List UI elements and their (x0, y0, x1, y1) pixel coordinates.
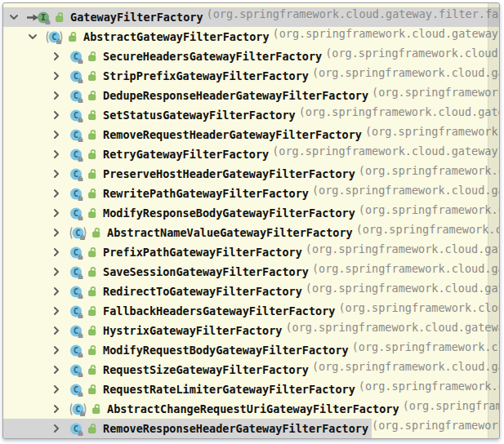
tree-row[interactable]: C ModifyResponseBodyGatewayFilterFactory… (3, 203, 499, 223)
tree-row[interactable]: C AbstractChangeRequestUriGatewayFilterF… (3, 399, 499, 419)
tree-row[interactable]: I GatewayFilterFactory (org.springframew… (3, 7, 499, 27)
tree-row[interactable]: C RemoveRequestHeaderGatewayFilterFactor… (3, 125, 499, 144)
class-name: RemoveResponseHeaderGatewayFilterFactory (103, 422, 372, 435)
chevron-right-icon[interactable] (51, 403, 62, 415)
class-name: AbstractChangeRequestUriGatewayFilterFac… (107, 402, 403, 415)
chevron-right-icon[interactable] (51, 384, 62, 395)
svg-text:C: C (74, 286, 78, 296)
tree-row[interactable]: C PreserveHostHeaderGatewayFilterFactory… (3, 164, 499, 184)
package-name: (org.springframework.cloud.gateway.filte… (306, 282, 499, 301)
package-name: (org.springframework.cloud.gateway.filte… (312, 184, 499, 203)
tree-row[interactable]: C SecureHeadersGatewayFilterFactory (org… (3, 47, 499, 66)
tree-row[interactable]: C PrefixPathGatewayFilterFactory (org.sp… (3, 242, 499, 262)
tree-row[interactable]: C ModifyRequestBodyGatewayFilterFactory … (3, 340, 499, 360)
package-name: (org.springframework.cloud.gateway.filte… (356, 223, 499, 242)
tree-row[interactable]: C RemoveResponseHeaderGatewayFilterFacto… (3, 419, 499, 438)
class-icon: C (69, 363, 83, 377)
unlocked-padlock-icon (87, 423, 97, 434)
tree-row[interactable]: C AbstractGatewayFilterFactory (org.spri… (3, 27, 499, 47)
class-name: RewritePathGatewayFilterFactory (103, 187, 312, 200)
vertical-scrollbar[interactable] (488, 3, 499, 438)
class-name: FallbackHeadersGatewayFilterFactory (103, 304, 338, 317)
tree-row[interactable]: C SaveSessionGatewayFilterFactory (org.s… (3, 262, 499, 282)
tree-row-lead: C RetryGatewayFilterFactory (3, 144, 272, 164)
chevron-right-icon[interactable] (51, 227, 62, 238)
tree-row[interactable]: C AbstractNameValueGatewayFilterFactory … (3, 223, 499, 242)
tree-row[interactable]: C RetryGatewayFilterFactory (org.springf… (3, 144, 499, 164)
chevron-right-icon[interactable] (51, 129, 62, 140)
svg-text:C: C (74, 326, 78, 335)
chevron-down-icon[interactable] (8, 11, 20, 23)
svg-text:C: C (51, 32, 56, 42)
package-name: (org.springframework.cloud.gateway.filte… (365, 125, 499, 144)
class-name: SetStatusGatewayFilterFactory (103, 109, 299, 122)
chevron-right-icon[interactable] (51, 188, 62, 199)
unlocked-padlock-icon (87, 51, 97, 62)
chevron-right-icon[interactable] (51, 70, 62, 82)
class-name: GatewayFilterFactory (70, 11, 207, 24)
class-icon: C (69, 69, 83, 83)
class-icon: C (69, 50, 83, 64)
chevron-right-icon[interactable] (51, 246, 62, 258)
class-icon: C (69, 128, 83, 142)
tree-row[interactable]: C RequestRateLimiterGatewayFilterFactory… (3, 380, 499, 399)
tree-row[interactable]: C SetStatusGatewayFilterFactory (org.spr… (3, 105, 499, 125)
chevron-right-icon[interactable] (51, 90, 62, 101)
chevron-right-icon[interactable] (51, 423, 62, 434)
tree-row-lead: C StripPrefixGatewayFilterFactory (3, 66, 312, 86)
tree-row-lead: C RemoveResponseHeaderGatewayFilterFacto… (3, 419, 372, 438)
svg-text:C: C (74, 91, 78, 100)
chevron-right-icon[interactable] (51, 266, 62, 278)
unlocked-padlock-icon (87, 90, 97, 101)
tree-row[interactable]: C FallbackHeadersGatewayFilterFactory (o… (3, 301, 499, 321)
package-name: (org.springframework.cloud.gateway.filte… (359, 164, 499, 184)
chevron-down-icon[interactable] (27, 31, 38, 42)
tree-row-lead: C AbstractChangeRequestUriGatewayFilterF… (3, 399, 403, 419)
chevron-right-icon[interactable] (51, 364, 62, 375)
tree-row-lead: C RedirectToGatewayFilterFactory (3, 282, 306, 301)
svg-text:C: C (74, 365, 78, 375)
tree-row[interactable]: C StripPrefixGatewayFilterFactory (org.s… (3, 66, 499, 86)
chevron-right-icon[interactable] (51, 286, 62, 297)
chevron-right-icon[interactable] (51, 305, 62, 317)
svg-text:C: C (74, 51, 78, 61)
tree-row[interactable]: C RedirectToGatewayFilterFactory (org.sp… (3, 282, 499, 301)
unlocked-padlock-icon (87, 129, 97, 140)
tree-row[interactable]: C RewritePathGatewayFilterFactory (org.s… (3, 184, 499, 203)
chevron-right-icon[interactable] (51, 168, 62, 180)
unlocked-padlock-icon (87, 70, 97, 82)
unlocked-padlock-icon (87, 286, 97, 297)
tree-row[interactable]: C HystrixGatewayFilterFactory (org.sprin… (3, 321, 499, 340)
chevron-right-icon[interactable] (51, 109, 62, 121)
svg-text:C: C (74, 169, 78, 179)
package-name: (org.springframework.cloud.gateway.filte… (312, 66, 499, 86)
tree-row-lead: C SecureHeadersGatewayFilterFactory (3, 47, 325, 66)
unlocked-padlock-icon (87, 305, 97, 317)
tree-row[interactable]: C RequestSizeGatewayFilterFactory (org.s… (3, 360, 499, 380)
unlocked-padlock-icon (87, 149, 97, 160)
unlocked-padlock-icon (87, 325, 97, 336)
class-icon: C (69, 167, 83, 181)
class-name: RequestSizeGatewayFilterFactory (103, 363, 312, 376)
tree-row-lead: C AbstractGatewayFilterFactory (3, 27, 273, 47)
package-name: (org.springframework.cloud.gateway.filte… (272, 144, 499, 164)
chevron-right-icon[interactable] (51, 325, 62, 336)
chevron-right-icon[interactable] (51, 51, 62, 62)
chevron-right-icon[interactable] (51, 149, 62, 160)
abstract-class-icon: C (69, 226, 87, 240)
class-icon: C (69, 304, 83, 318)
svg-text:C: C (74, 247, 78, 257)
tree-row[interactable]: C DedupeResponseHeaderGatewayFilterFacto… (3, 86, 499, 105)
unlocked-padlock-icon (87, 344, 97, 356)
chevron-right-icon[interactable] (51, 344, 62, 356)
class-name: RetryGatewayFilterFactory (103, 148, 272, 161)
abstract-class-icon: C (69, 402, 87, 416)
class-icon: C (69, 265, 83, 279)
package-name: (org.springframework.cloud.gateway.filte… (312, 360, 499, 380)
chevron-right-icon[interactable] (51, 207, 62, 219)
abstract-class-icon: C (45, 30, 64, 44)
package-name: (org.springframework.cloud.gateway.filte… (359, 203, 499, 223)
tree-row-lead: C RequestRateLimiterGatewayFilterFactory (3, 380, 359, 399)
class-name: SecureHeadersGatewayFilterFactory (103, 50, 325, 63)
svg-text:C: C (74, 71, 78, 81)
